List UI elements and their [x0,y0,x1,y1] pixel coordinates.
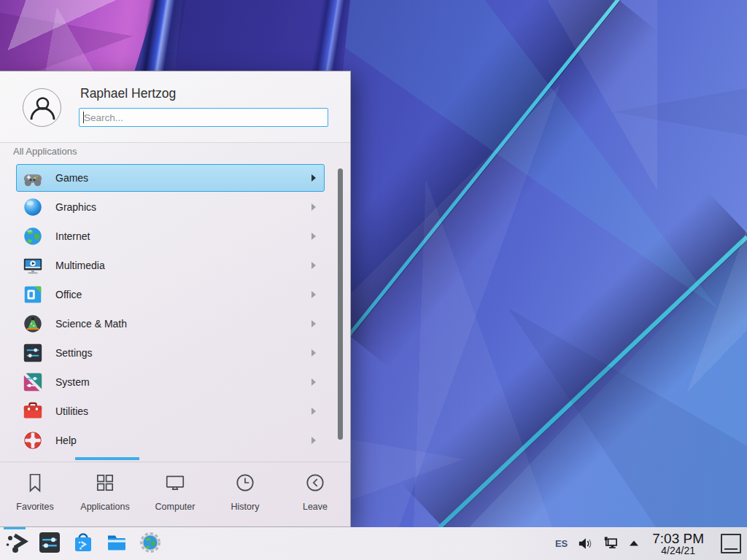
category-row-graphics[interactable]: Graphics [16,193,325,221]
system-settings-button[interactable] [37,532,62,556]
category-label: Help [55,435,299,446]
taskbar-panel: ES [0,527,747,560]
paint-sphere-icon [22,196,44,218]
app-grid-icon [94,472,116,497]
tab-favorites[interactable]: Favorites [0,462,70,512]
user-avatar-icon[interactable] [23,88,61,127]
tab-applications[interactable]: Applications [70,462,140,512]
system-sliders-icon [22,371,44,393]
section-label: All Applications [13,146,77,157]
category-label: Internet [55,230,299,242]
category-label: Multimedia [55,260,299,271]
category-row-science-math[interactable]: Science & Math [16,310,325,338]
category-row-multimedia[interactable]: Multimedia [16,252,325,279]
file-manager-button[interactable] [104,532,129,556]
kickoff-icon [4,531,28,557]
leave-icon [304,472,326,497]
clock-time: 7:03 PM [652,532,704,545]
category-label: System [55,376,299,388]
category-label: Utilities [55,405,299,417]
keyboard-layout-indicator[interactable]: ES [555,538,568,549]
submenu-arrow-icon [311,174,317,182]
show-desktop-button[interactable] [721,534,741,553]
submenu-arrow-icon [311,349,317,357]
category-row-utilities[interactable]: Utilities [16,397,325,425]
tab-label: Favorites [16,502,53,512]
submenu-arrow-icon [311,261,317,270]
system-tray: ES [555,532,747,556]
search-input[interactable] [79,108,328,127]
flask-icon [22,313,44,335]
scrollbar[interactable] [338,168,343,440]
category-label: Settings [55,347,299,359]
submenu-arrow-icon [311,436,317,445]
settings-sliders-icon [38,531,61,557]
launcher-tabbar: Favorites Applications [0,462,351,528]
tab-label: Computer [155,502,196,512]
history-clock-icon [234,472,256,497]
lifebuoy-icon [22,429,44,451]
category-label: Graphics [55,201,299,213]
category-row-settings[interactable]: Settings [16,339,325,367]
category-label: Games [55,172,299,184]
office-document-icon [22,284,44,306]
text-caret [83,112,84,123]
submenu-arrow-icon [311,290,317,299]
active-tab-indicator [75,457,139,460]
toolbox-icon [22,400,44,422]
globe-gear-icon [139,531,162,557]
gamepad-icon [22,167,44,189]
tab-label: Applications [80,502,129,512]
monitor-play-icon [22,254,44,276]
bookmark-icon [24,472,46,497]
category-row-office[interactable]: Office [16,281,325,308]
user-name: Raphael Hertzog [80,86,176,101]
discover-button[interactable] [71,532,96,556]
volume-icon[interactable] [577,536,592,551]
submenu-arrow-icon [311,378,317,386]
tab-history[interactable]: History [210,462,280,512]
tab-label: Leave [303,502,328,512]
active-task-indicator [4,527,26,529]
launcher-header: Raphael Hertzog [0,71,350,143]
app-launcher-button[interactable] [4,532,28,556]
desktop: Raphael Hertzog All Applications [0,0,747,560]
tab-leave[interactable]: Leave [280,462,350,512]
web-browser-button[interactable] [138,532,163,556]
search-field[interactable] [79,108,328,127]
category-row-system[interactable]: System [16,368,325,396]
sliders-icon [22,342,44,364]
application-launcher-popup: Raphael Hertzog All Applications [0,71,351,527]
submenu-arrow-icon [311,232,317,241]
category-label: Office [55,289,299,300]
category-row-internet[interactable]: Internet [16,222,325,250]
wired-network-icon[interactable] [602,535,619,551]
discover-bag-icon [71,531,95,557]
submenu-arrow-icon [311,407,317,416]
category-list: Games Graphics [0,163,351,457]
expand-tray-caret-icon[interactable] [628,539,640,548]
folder-icon [105,531,128,557]
tab-computer[interactable]: Computer [140,462,210,512]
globe-icon [22,225,44,247]
category-row-help[interactable]: Help [16,427,325,454]
clock-date: 4/24/21 [661,545,695,556]
category-label: Science & Math [55,318,299,330]
computer-icon [164,472,186,497]
category-row-games[interactable]: Games [16,164,325,192]
digital-clock[interactable]: 7:03 PM 4/24/21 [652,532,704,556]
submenu-arrow-icon [311,203,317,211]
tab-label: History [231,502,260,512]
submenu-arrow-icon [311,319,317,328]
